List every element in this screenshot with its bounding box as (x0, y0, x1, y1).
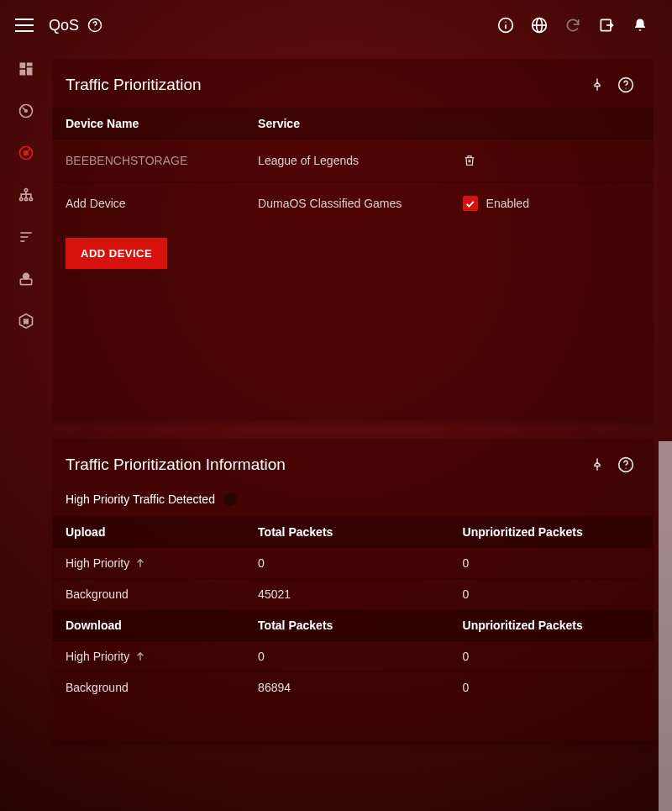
sidebar-item-qos[interactable] (16, 143, 36, 163)
status-text: High Priority Traffic Detected (66, 492, 215, 506)
cell-unprio: 0 (449, 579, 654, 610)
col-service: Service (244, 108, 449, 140)
menu-button[interactable] (15, 16, 34, 34)
enabled-checkbox[interactable] (463, 196, 478, 211)
add-device-button[interactable]: ADD DEVICE (66, 238, 167, 269)
cell-device: BEEBENCHSTORAGE (52, 140, 244, 182)
svg-point-20 (29, 197, 32, 200)
col-total: Total Packets (244, 610, 449, 641)
cell-total: 0 (244, 548, 449, 579)
sidebar-item-bars[interactable] (16, 227, 36, 247)
svg-point-16 (24, 151, 29, 155)
svg-point-34 (625, 468, 626, 469)
svg-point-1 (94, 28, 95, 29)
row-label: Background (52, 672, 244, 703)
table-row: High Priority 0 0 (52, 641, 654, 672)
svg-point-30 (625, 88, 626, 89)
cell-unprio: 0 (449, 548, 654, 579)
status-indicator-dot (223, 492, 237, 506)
col-unprio: Unprioritized Packets (449, 610, 654, 641)
svg-rect-24 (20, 279, 31, 285)
bell-icon[interactable] (623, 8, 657, 42)
traffic-info-card: Traffic Prioritization Information High … (52, 439, 654, 741)
svg-point-4 (505, 22, 506, 23)
arrow-up-icon (134, 650, 146, 662)
enabled-label: Enabled (486, 197, 529, 210)
help-icon[interactable] (86, 16, 104, 34)
col-device: Device Name (52, 108, 244, 140)
svg-rect-9 (20, 63, 26, 69)
sidebar-item-speedometer[interactable] (16, 101, 36, 121)
cell-service: League of Legends (244, 140, 449, 182)
cell-total: 0 (244, 641, 449, 672)
cell-device: Add Device (52, 182, 244, 225)
section-name: Download (52, 610, 244, 641)
info-table: Upload Total Packets Unprioritized Packe… (52, 516, 654, 703)
info-icon[interactable] (489, 8, 522, 42)
pin-icon[interactable] (583, 450, 612, 479)
content-area: Traffic Prioritization Device Name Servi… (52, 59, 654, 811)
svg-rect-12 (20, 70, 26, 76)
cell-unprio: 0 (449, 672, 654, 703)
sidebar-item-network[interactable] (16, 185, 36, 205)
svg-point-18 (20, 197, 23, 200)
cell-total: 45021 (244, 579, 449, 610)
svg-text:N: N (24, 318, 28, 325)
table-row: High Priority 0 0 (52, 548, 654, 579)
sidebar: i N (0, 59, 52, 331)
row-label: High Priority (66, 556, 129, 570)
svg-text:i: i (25, 273, 27, 279)
sidebar-item-device-info[interactable]: i (16, 269, 36, 289)
svg-rect-10 (27, 63, 33, 66)
table-row: Background 86894 0 (52, 672, 654, 703)
svg-point-19 (24, 197, 27, 200)
logout-icon[interactable] (590, 8, 623, 42)
table-row: Add Device DumaOS Classified Games Enabl… (52, 182, 654, 225)
card-title: Traffic Prioritization (66, 76, 583, 94)
traffic-prioritization-card: Traffic Prioritization Device Name Servi… (52, 59, 654, 420)
card-title: Traffic Prioritization Information (66, 456, 583, 474)
svg-rect-11 (27, 67, 33, 75)
svg-point-17 (24, 189, 27, 192)
cell-total: 86894 (244, 672, 449, 703)
page-title-text: QoS (49, 17, 79, 34)
delete-icon[interactable] (463, 153, 640, 168)
traffic-table: Device Name Service BEEBENCHSTORAGE Leag… (52, 108, 654, 224)
col-unprio: Unprioritized Packets (449, 517, 654, 548)
table-row: Background 45021 0 (52, 579, 654, 610)
row-label: Background (52, 579, 244, 610)
pin-icon[interactable] (583, 71, 612, 99)
table-row: BEEBENCHSTORAGE League of Legends (52, 140, 654, 182)
globe-icon[interactable] (522, 8, 556, 42)
svg-point-14 (25, 110, 28, 113)
cell-unprio: 0 (449, 641, 654, 672)
cell-service: DumaOS Classified Games (244, 182, 449, 225)
card-help-icon[interactable] (612, 71, 640, 99)
sidebar-item-hex[interactable]: N (16, 311, 36, 331)
arrow-up-icon (134, 557, 146, 569)
page-title: QoS (49, 16, 104, 34)
status-line: High Priority Traffic Detected (52, 487, 654, 516)
sidebar-item-dashboard[interactable] (16, 59, 36, 79)
row-label: High Priority (66, 650, 129, 663)
scrollbar[interactable] (659, 441, 672, 811)
topbar: QoS (0, 0, 672, 50)
refresh-icon[interactable] (556, 8, 590, 42)
col-total: Total Packets (244, 517, 449, 548)
card-help-icon[interactable] (612, 450, 640, 479)
section-name: Upload (52, 517, 244, 548)
